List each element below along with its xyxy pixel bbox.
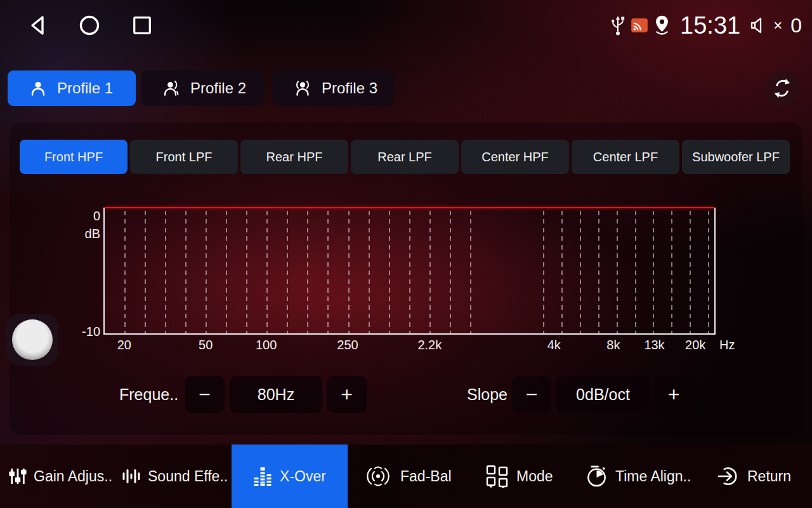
y-axis-label-0: 0 [75,209,100,224]
nav-sound-effects[interactable]: Sound Effe.. [122,444,228,508]
profile-3-button[interactable]: Profile 3 [272,70,394,106]
tab-center-lpf[interactable]: Center LPF [572,140,679,174]
tab-label: Rear HPF [266,150,323,164]
tab-label: Front HPF [44,150,103,164]
frequency-plus-button[interactable]: + [327,376,367,413]
x-tick-label: 250 [337,338,358,352]
refresh-button[interactable] [764,70,800,106]
tab-front-hpf[interactable]: Front HPF [20,140,128,174]
grid-squares-icon [485,465,509,488]
nav-label: Sound Effe.. [148,468,228,485]
profile-1-button[interactable]: Profile 1 [8,70,136,106]
y-axis-label-minus10: -10 [69,324,100,339]
gridline [165,211,166,333]
recents-button[interactable] [131,0,153,51]
bottom-nav-bar: Gain Adjus.. Sound Effe.. X-Over [0,444,812,508]
frequency-label: Freque.. [119,376,178,413]
chart-x-ticks: 20501002502.2k4k8k13k20k [103,338,716,356]
nav-label: Return [747,468,791,485]
profile-2-button[interactable]: Profile 2 [141,70,264,106]
nav-fad-bal[interactable]: Fad-Bal [363,444,452,508]
frequency-value: 80Hz [230,376,322,413]
gridline [348,211,350,333]
stopwatch-icon [585,464,608,488]
nav-xover[interactable]: X-Over [232,444,348,508]
slope-minus-button[interactable]: − [512,376,551,413]
surround-icon [363,465,393,487]
back-icon [27,14,49,37]
floating-knob-button[interactable] [6,314,58,366]
person-broadcast-icon [294,79,311,97]
gridline [429,211,431,333]
nav-label: Fad-Bal [400,468,452,485]
tab-front-lpf[interactable]: Front LPF [130,140,238,174]
profile-label: Profile 1 [57,79,113,97]
gridline [543,211,544,333]
nav-return[interactable]: Return [717,444,791,508]
tab-rear-lpf[interactable]: Rear LPF [351,140,459,174]
location-icon [653,15,671,36]
nav-gain-adjust[interactable]: Gain Adjus.. [9,444,112,508]
gridline [145,211,146,333]
profile-label: Profile 2 [190,79,246,97]
nav-label: Mode [516,468,553,485]
tab-label: Center HPF [481,150,549,164]
cast-icon [631,18,648,32]
nav-label: X-Over [280,468,326,485]
x-tick-label: 100 [256,338,277,352]
refresh-icon [771,77,793,99]
x-tick-label: 13k [644,338,664,352]
gridline [307,211,308,333]
x-tick-label: 20k [685,338,705,352]
person-icon [29,79,47,97]
gridline [206,211,207,333]
gridline [653,211,654,333]
status-icons: 15:31 × 0 [610,0,802,51]
usb-icon [610,15,625,37]
gridline [617,211,618,333]
return-arrow-icon [717,464,740,488]
gridline [598,211,599,333]
tab-center-hpf[interactable]: Center HPF [461,140,569,174]
gridline [580,211,581,333]
gridline [671,211,672,333]
tab-subwoofer-lpf[interactable]: Subwoofer LPF [682,140,790,174]
x-tick-label: 2.2k [417,338,442,352]
knob-ball-icon [12,319,53,360]
nav-label: Time Align.. [615,468,691,485]
tab-label: Subwoofer LPF [692,150,780,164]
gridline [708,211,709,333]
frequency-minus-button[interactable]: − [185,376,225,413]
x-tick-label: 4k [547,338,561,352]
tab-label: Center LPF [593,150,658,164]
person-speaking-icon [162,79,180,97]
frequency-response-chart[interactable] [103,208,716,335]
slope-plus-button[interactable]: + [654,376,693,413]
nav-time-align[interactable]: Time Align.. [585,444,691,508]
gridline [450,211,451,333]
waveform-icon [122,467,141,486]
nav-mode[interactable]: Mode [485,444,553,508]
gridline [690,211,691,333]
back-button[interactable] [27,0,49,51]
gridline [409,211,410,333]
gridline [287,211,288,333]
volume-level: 0 [790,14,802,37]
gridline [561,211,563,333]
gridline [389,211,390,333]
gridline [226,211,227,333]
gridline [470,211,471,333]
sliders-icon [9,467,27,486]
recents-icon [131,15,153,36]
profile-label: Profile 3 [322,79,377,97]
equalizer-icon [253,467,272,486]
head-unit-screen: 15:31 × 0 Profile 1 Profile 2 [0,0,812,508]
gridline [266,211,268,333]
home-icon [78,14,101,37]
tab-rear-hpf[interactable]: Rear HPF [240,140,348,174]
gridline [327,211,329,333]
home-button[interactable] [78,0,101,51]
x-tick-label: 8k [606,338,620,352]
gridline [185,211,187,333]
gridline [124,211,126,333]
